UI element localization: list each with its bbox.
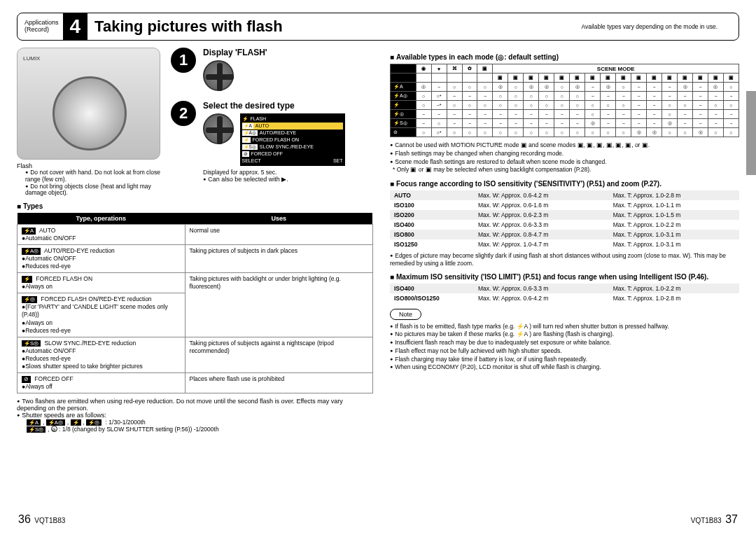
page-header: Applications(Record) 4 Taking pictures w… xyxy=(17,13,739,41)
footer-left: 36 VQT1B83 xyxy=(18,513,65,526)
grid-notes: Cannot be used with MOTION PICTURE mode … xyxy=(390,141,739,165)
focus-heading: Focus range according to ISO sensitivity… xyxy=(390,180,739,188)
step-2-badge: 2 xyxy=(171,101,196,126)
types-heading: Types xyxy=(17,202,373,210)
iso-table-2: ISO400Max. W: Approx. 0.6-3.3 mMax. T: A… xyxy=(390,284,739,303)
mode-grid: ◉♥⌘✿▣ SCENE MODE ▣▣▣▣▣▣▣▣▣▣▣▣▣▣▣▣ ⚡A◎−○○… xyxy=(390,64,739,137)
footer-right: VQT1B83 37 xyxy=(691,513,738,526)
dpad-icon xyxy=(203,60,234,91)
note-label: Note xyxy=(390,309,421,320)
step-1: 1 Display 'FLASH' xyxy=(171,48,373,92)
step-2-title: Select the desired type xyxy=(203,101,373,111)
maxiso-heading: Maximum ISO sensitivity ('ISO LIMIT') (P… xyxy=(390,273,739,281)
thumb-tab xyxy=(746,91,756,175)
step-1-title: Display 'FLASH' xyxy=(203,48,373,57)
iso-table: AUTOMax. W: Approx. 0.6-4.2 mMax. T: App… xyxy=(390,190,739,249)
dpad-icon xyxy=(203,113,234,144)
header-note: Available types vary depending on the mo… xyxy=(581,23,732,30)
step-2-note: Displayed for approx. 5 sec. xyxy=(203,169,373,176)
types-footnotes: Two flashes are emitted when using red-e… xyxy=(17,398,373,419)
camera-warnings: Do not cover with hand. Do not look at f… xyxy=(17,169,164,197)
menu-screenshot: ⚡FLASH ⚡AAUTO ⚡A◎AUTO/RED-EYE ⚡FORCED FL… xyxy=(240,113,345,166)
step-2: 2 Select the desired type ⚡FLASH ⚡AAUTO … xyxy=(171,101,373,183)
note-list: If flash is to be emitted, flash type ma… xyxy=(390,323,739,372)
section-label: Applications(Record) xyxy=(24,20,63,34)
page-title: Taking pictures with flash xyxy=(94,18,360,36)
types-table: Type, operationsUses ⚡A AUTO●Automatic O… xyxy=(17,213,373,393)
avail-heading: Available types in each mode (◎: default… xyxy=(390,53,739,61)
camera-illustration xyxy=(17,48,160,160)
step-1-badge: 1 xyxy=(171,48,196,73)
chapter-number: 4 xyxy=(63,13,88,41)
